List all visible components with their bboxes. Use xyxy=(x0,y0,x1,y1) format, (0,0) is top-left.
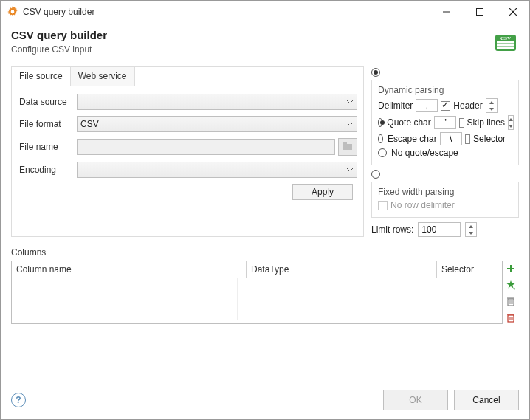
limit-rows-input[interactable]: 100 xyxy=(418,222,461,237)
apply-button[interactable]: Apply xyxy=(292,184,353,200)
dynamic-parsing-group: Dynamic parsing Delimiter Header Quote c… xyxy=(371,80,519,165)
help-icon: ? xyxy=(16,395,21,405)
svg-rect-7 xyxy=(497,41,514,49)
fixed-width-group: Fixed width parsing No row delimiter xyxy=(371,182,519,218)
fixed-width-title: Fixed width parsing xyxy=(378,187,514,197)
checkbox-header[interactable] xyxy=(441,101,450,111)
tab-web-service[interactable]: Web service xyxy=(71,67,135,86)
svg-rect-11 xyxy=(343,144,352,150)
close-button[interactable] xyxy=(496,1,529,23)
svg-point-1 xyxy=(11,10,15,14)
header-spinner[interactable] xyxy=(486,98,498,113)
titlebar: CSV query builder xyxy=(1,1,529,23)
ok-button[interactable]: OK xyxy=(383,390,448,410)
file-format-combo[interactable]: CSV xyxy=(77,116,357,132)
columns-table[interactable]: Column name DataType Selector xyxy=(11,261,503,324)
window-title: CSV query builder xyxy=(23,7,430,17)
window-controls xyxy=(430,1,529,23)
radio-escape-char[interactable] xyxy=(378,134,383,143)
radio-dynamic-parsing[interactable] xyxy=(371,68,380,77)
columns-label: Columns xyxy=(11,247,519,258)
remove-column-button[interactable] xyxy=(504,295,517,308)
label-header: Header xyxy=(453,100,482,111)
encoding-combo[interactable] xyxy=(77,162,357,178)
dialog-header: CSV query builder Configure CSV input CS… xyxy=(1,23,529,59)
col-header-type: DataType xyxy=(247,261,437,278)
checkbox-selector[interactable] xyxy=(465,134,470,144)
col-header-selector: Selector xyxy=(437,261,502,278)
label-skip-lines: Skip lines xyxy=(467,117,505,128)
source-panel: File source Web service Data source File… xyxy=(11,66,364,237)
parsing-panel: Dynamic parsing Delimiter Header Quote c… xyxy=(371,66,519,237)
chevron-down-icon xyxy=(346,97,354,108)
data-source-combo[interactable] xyxy=(77,94,357,110)
column-tools xyxy=(503,261,519,324)
help-button[interactable]: ? xyxy=(11,393,26,407)
svg-rect-12 xyxy=(343,142,347,145)
gear-icon xyxy=(7,6,18,18)
window-root: CSV query builder CSV query builder Conf… xyxy=(0,0,530,420)
svg-line-4 xyxy=(509,8,517,16)
quote-char-input[interactable] xyxy=(434,116,456,129)
add-column-button[interactable] xyxy=(504,262,517,275)
label-quote-char: Quote char xyxy=(387,117,430,128)
label-data-source: Data source xyxy=(19,97,77,107)
svg-marker-15 xyxy=(507,280,515,289)
label-no-row-delim: No row delimiter xyxy=(390,200,455,210)
source-tabs: File source Web service xyxy=(12,66,363,86)
svg-line-5 xyxy=(509,8,517,16)
radio-fixed-width[interactable] xyxy=(371,170,380,179)
minimize-button[interactable] xyxy=(430,1,463,23)
limit-rows-spinner[interactable] xyxy=(465,222,477,237)
cancel-button[interactable]: Cancel xyxy=(454,390,519,410)
file-name-input[interactable] xyxy=(77,139,335,155)
remove-all-columns-button[interactable] xyxy=(504,311,517,324)
svg-rect-3 xyxy=(476,9,483,16)
chevron-down-icon xyxy=(346,165,354,176)
radio-no-quote[interactable] xyxy=(378,148,387,157)
chevron-down-icon xyxy=(346,120,354,130)
svg-text:CSV: CSV xyxy=(500,35,511,41)
columns-section: Columns Column name DataType Selector xyxy=(11,247,519,324)
label-file-format: File format xyxy=(19,119,77,129)
dynamic-parsing-title: Dynamic parsing xyxy=(378,85,514,95)
file-format-value: CSV xyxy=(80,119,99,129)
tab-file-source[interactable]: File source xyxy=(12,67,71,86)
label-no-quote: No quote/escape xyxy=(391,148,458,158)
dialog-title: CSV query builder xyxy=(11,29,494,41)
escape-char-input[interactable] xyxy=(440,132,462,145)
add-column-wizard-button[interactable] xyxy=(504,278,517,292)
radio-quote-char[interactable] xyxy=(378,118,382,127)
folder-icon xyxy=(343,142,352,152)
label-selector: Selector xyxy=(473,134,506,144)
dialog-subtitle: Configure CSV input xyxy=(11,44,494,55)
svg-line-16 xyxy=(514,288,515,289)
maximize-button[interactable] xyxy=(463,1,496,23)
browse-file-button[interactable] xyxy=(338,138,357,156)
label-encoding: Encoding xyxy=(19,165,77,175)
label-file-name: File name xyxy=(19,142,77,152)
checkbox-no-row-delim xyxy=(378,201,388,210)
dialog-footer: ? OK Cancel xyxy=(1,382,529,419)
skip-lines-spinner[interactable] xyxy=(508,115,514,130)
table-row[interactable] xyxy=(12,292,502,306)
csv-icon: CSV xyxy=(494,30,517,54)
label-limit-rows: Limit rows: xyxy=(371,224,413,235)
delimiter-input[interactable] xyxy=(416,99,438,112)
label-escape-char: Escape char xyxy=(388,134,437,144)
checkbox-skip-lines[interactable] xyxy=(459,118,464,128)
table-row[interactable] xyxy=(12,278,502,292)
table-row[interactable] xyxy=(12,306,502,320)
label-delimiter: Delimiter xyxy=(378,100,413,111)
col-header-name: Column name xyxy=(12,261,247,278)
